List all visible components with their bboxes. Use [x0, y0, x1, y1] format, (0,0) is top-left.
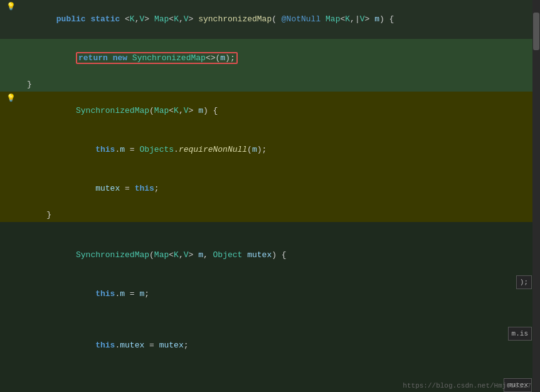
code-content-8 — [22, 223, 540, 235]
code-content-7: } — [22, 209, 540, 221]
code-editor: 💡 public static <K,V> Map<K,V> synchroni… — [0, 0, 540, 392]
scrollbar-thumb[interactable] — [533, 13, 539, 50]
code-content-2: return new SynchronizedMap<>(m); — [22, 40, 540, 77]
code-line-2: return new SynchronizedMap<>(m); — [0, 39, 540, 78]
code-content-3: } — [22, 78, 540, 91]
code-content-11: this.mutex = mutex; m.is — [22, 327, 540, 377]
code-line-4: 💡 SynchronizedMap(Map<K,V> m) { — [0, 92, 540, 130]
code-line-9: SynchronizedMap(Map<K,V> m, Object mutex… — [0, 236, 540, 275]
code-line-5: this.m = Objects.requireNonNull(m); — [0, 130, 540, 169]
return-statement-box: return new SynchronizedMap<>(m); — [76, 52, 238, 64]
bulb-icon-2: 💡 — [6, 93, 16, 103]
code-content-10: this.m = m; ); — [22, 275, 540, 326]
gutter-4: 💡 — [0, 93, 22, 103]
code-content-1: public static <K,V> Map<K,V> synchronize… — [22, 1, 540, 38]
code-line-1: 💡 public static <K,V> Map<K,V> synchroni… — [0, 0, 540, 39]
bulb-icon-1: 💡 — [6, 2, 16, 11]
gutter-1: 💡 — [0, 2, 22, 11]
overflow-popup-1: ); — [516, 275, 532, 289]
code-content-9: SynchronizedMap(Map<K,V> m, Object mutex… — [22, 236, 540, 274]
code-content-4: SynchronizedMap(Map<K,V> m) { — [22, 92, 540, 130]
code-line-7: } — [0, 208, 540, 222]
scrollbar[interactable] — [532, 0, 540, 392]
code-line-11: this.mutex = mutex; m.is — [0, 326, 540, 378]
code-line-8 — [0, 222, 540, 236]
overflow-popup-2: m.is — [508, 327, 532, 341]
footer-url: https://blog.csdn.net/Hmj050117 — [403, 382, 531, 389]
code-content-5: this.m = Objects.requireNonNull(m); — [22, 131, 540, 169]
code-line-10: this.m = m; ); — [0, 275, 540, 326]
code-line-3: } — [0, 78, 540, 92]
code-content-6: mutex = this; — [22, 170, 540, 208]
code-line-6: mutex = this; — [0, 169, 540, 208]
